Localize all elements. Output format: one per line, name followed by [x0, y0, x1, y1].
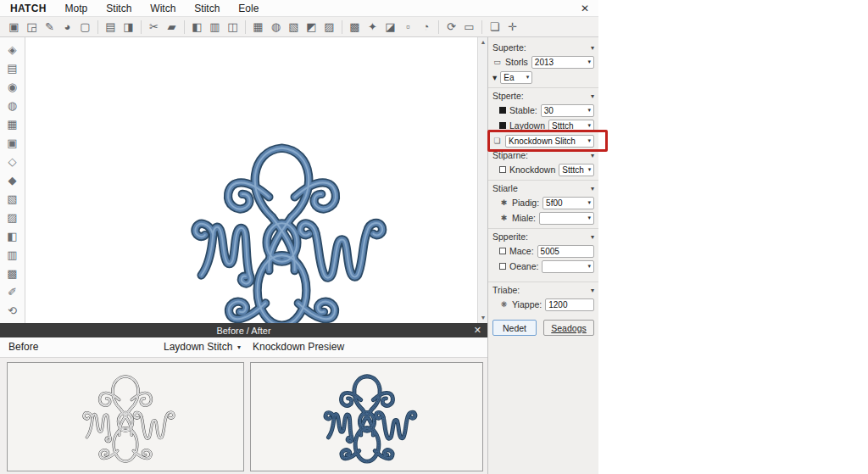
stable-dropdown[interactable]: 30 ▾ [541, 104, 594, 117]
yiappe-input[interactable]: 1200 [545, 298, 594, 311]
tool-icon[interactable]: ▣ [4, 136, 21, 150]
yiappe-value: 1200 [548, 300, 567, 309]
tool-icon[interactable]: ✐ [4, 285, 21, 299]
toolbar-icon[interactable]: ◧ [188, 19, 206, 36]
miale-dropdown[interactable]: ▾ [539, 212, 594, 225]
toolbar-icon[interactable]: ▭ [460, 19, 478, 36]
miale-row: ✱ Miale: ▾ [499, 211, 594, 225]
divider [488, 180, 598, 181]
menu-hatch[interactable]: HATCH [10, 3, 47, 14]
toolbar-icon[interactable]: ▨ [320, 19, 338, 36]
toolbar-icon[interactable]: ◨ [120, 19, 137, 36]
tool-icon[interactable]: ▧ [4, 192, 21, 206]
toolbar-icon[interactable]: ▰ [163, 19, 181, 36]
toolbar-icon[interactable]: ◍ [267, 19, 285, 36]
toolbar-icon[interactable]: ⟳ [442, 19, 460, 36]
knockdown2-checkbox[interactable] [499, 166, 506, 173]
toolbar-icon[interactable]: ✛ [504, 19, 521, 36]
chevron-down-icon[interactable]: ▾ [591, 44, 594, 52]
tool-icon[interactable]: ◉ [4, 80, 21, 94]
oeane-checkbox[interactable] [499, 263, 506, 270]
tool-icon[interactable]: ▨ [4, 210, 21, 225]
menu-eole[interactable]: Eole [238, 3, 259, 14]
tool-icon[interactable]: ⟲ [4, 304, 21, 318]
chevron-down-icon[interactable]: ▾ [591, 233, 594, 241]
section-header-spperite[interactable]: Spperite: ▾ [492, 231, 594, 243]
nedet-button[interactable]: Nedet [492, 320, 537, 336]
application-window: HATCH Motp Stitch Witch Stitch Eole ✕ ▣ … [0, 0, 598, 474]
toolbar-icon[interactable]: ▥ [206, 19, 224, 36]
laydown-stitch-dropdown[interactable]: Laydown Stitch [164, 341, 232, 353]
knockdown2-dropdown[interactable]: Stttch ▾ [559, 164, 594, 176]
tool-icon[interactable]: ▥ [4, 248, 21, 262]
tool-icon[interactable]: ▩ [4, 266, 21, 281]
toolbar-icon[interactable]: ▧ [285, 19, 303, 36]
chevron-down-icon[interactable]: ▾ [591, 152, 594, 159]
tool-icon[interactable]: ◈ [4, 42, 21, 57]
knockdown-stitch-dropdown[interactable]: Knockdown Slitch ▾ [505, 135, 594, 148]
toolbar-icon[interactable]: ▫ [399, 19, 417, 36]
chevron-down-icon[interactable]: ▾ [591, 287, 594, 294]
left-tool-strip: ◈ ▤ ◉ ◍ ▦ ▣ ◇ ◆ ▧ ▨ ◧ ▥ ▩ ✐ ⟲ [0, 37, 25, 323]
menu-stitch-1[interactable]: Stitch [106, 3, 131, 14]
toolbar-icon[interactable]: ◲ [23, 19, 41, 36]
toolbar-icon[interactable]: ◔ [417, 19, 435, 36]
section-header-stperte[interactable]: Stperte: ▾ [492, 90, 594, 102]
monogram-outline-preview [70, 364, 181, 471]
panel-close-icon[interactable]: ✕ [474, 323, 481, 337]
flake-icon: ✱ [499, 198, 509, 207]
oeane-row: Oeane: ▾ [499, 259, 594, 273]
menu-stitch-2[interactable]: Stitch [194, 3, 220, 14]
toolbar-icon[interactable]: ◕ [58, 19, 76, 36]
toolbar-icon[interactable]: ▤ [102, 19, 120, 36]
knockdown-row: ❏ Knockdown Slitch ▾ [492, 134, 594, 148]
chevron-down-icon: ▾ [588, 166, 592, 173]
mace-input[interactable]: 5005 [537, 245, 594, 258]
chevron-down-icon[interactable]: ▾ [492, 72, 497, 82]
after-preview [250, 362, 483, 471]
tool-icon[interactable]: ◆ [4, 173, 21, 187]
storls-dropdown[interactable]: 2013 ▾ [531, 56, 594, 69]
toolbar-icon[interactable]: ▦ [249, 19, 267, 36]
tool-icon[interactable]: ▤ [4, 61, 21, 75]
tool-icon[interactable]: ◧ [4, 229, 21, 243]
laydown-checkbox[interactable] [499, 122, 506, 129]
section-header-stiparne[interactable]: Stiparne: ▾ [492, 149, 594, 161]
divider [488, 87, 598, 88]
chevron-down-icon[interactable]: ▾ [591, 185, 594, 192]
padding-row: ✱ Piadig: 5f00 ▾ [499, 196, 594, 209]
toolbar-icon[interactable]: ▢ [76, 19, 94, 36]
section-header-triabe[interactable]: Triabe: ▾ [492, 284, 594, 296]
section-header-stiarle[interactable]: Stiarle ▾ [492, 182, 594, 194]
menu-witch[interactable]: Witch [150, 3, 175, 14]
seadogs-button[interactable]: Seadogs [543, 320, 594, 336]
padding-dropdown[interactable]: 5f00 ▾ [542, 197, 594, 209]
toolbar-icon[interactable]: ▣ [5, 19, 23, 36]
toolbar-icon[interactable]: ✦ [364, 19, 381, 36]
toolbar-icon[interactable]: ❏ [486, 19, 504, 36]
ea-dropdown[interactable]: Ea ▾ [500, 71, 532, 84]
tool-icon[interactable]: ▦ [4, 117, 21, 131]
storls-value: 2013 [535, 58, 554, 67]
stable-checkbox[interactable] [499, 107, 506, 114]
toolbar-icon[interactable]: ✂ [145, 19, 163, 36]
section-header-superte[interactable]: Superte: ▾ [492, 42, 594, 53]
menu-motp[interactable]: Motp [65, 3, 88, 14]
toolbar-icon[interactable]: ◫ [224, 19, 242, 36]
tool-icon[interactable]: ◇ [4, 154, 21, 169]
chevron-down-icon[interactable]: ▾ [591, 92, 594, 100]
toolbar-icon[interactable]: ◩ [303, 19, 320, 36]
design-canvas[interactable] [25, 37, 477, 323]
window-close-icon[interactable]: ✕ [578, 2, 592, 15]
tool-icon[interactable]: ◍ [4, 98, 21, 113]
canvas-vertical-scrollbar[interactable]: ▲ ▼ [477, 37, 487, 323]
toolbar-icon[interactable]: ◪ [381, 19, 399, 36]
toolbar-separator [481, 20, 482, 34]
chevron-down-icon[interactable]: ▾ [237, 343, 241, 351]
monogram-design[interactable] [165, 118, 398, 349]
toolbar-icon[interactable]: ▩ [346, 19, 364, 36]
mace-checkbox[interactable] [499, 248, 506, 254]
oeane-dropdown[interactable]: ▾ [542, 260, 594, 273]
toolbar-icon[interactable]: ✎ [41, 19, 58, 36]
laydown-dropdown[interactable]: Stttch ▾ [548, 120, 594, 132]
